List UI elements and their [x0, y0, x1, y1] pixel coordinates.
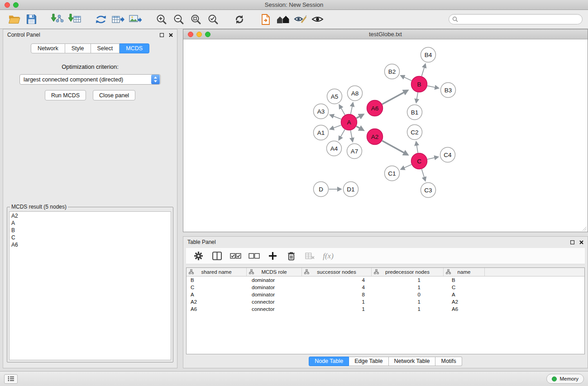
graph-edge-A6-B[interactable] — [382, 91, 407, 104]
graph-edge-A-A8[interactable] — [351, 103, 353, 114]
delete-table-button[interactable] — [304, 249, 316, 263]
table-cell[interactable]: dominator — [247, 292, 302, 297]
table-cell[interactable]: A — [444, 292, 485, 297]
network-close-button[interactable] — [188, 32, 193, 37]
mcds-result-item[interactable]: A — [11, 219, 169, 227]
graph-node-C4[interactable]: C4 — [440, 148, 455, 162]
close-window-button[interactable] — [5, 2, 10, 8]
graph-node-C2[interactable]: C2 — [407, 125, 422, 140]
table-cell[interactable]: connector — [247, 299, 302, 305]
table-cell[interactable]: 8 — [302, 292, 372, 297]
network-window-titlebar[interactable]: testGlobe.txt — [183, 29, 588, 39]
mcds-result-item[interactable]: A6 — [11, 241, 169, 248]
column-header-mcds-role[interactable]: MCDS role — [247, 268, 302, 276]
task-history-button[interactable] — [4, 374, 18, 384]
graph-edge-A2-C[interactable] — [382, 141, 407, 155]
tab-mcds[interactable]: MCDS — [120, 43, 149, 53]
table-cell[interactable]: 1 — [372, 285, 444, 290]
graph-node-A5[interactable]: A5 — [327, 89, 342, 104]
table-cell[interactable]: 1 — [372, 277, 444, 283]
graph-edge-A-A2[interactable] — [356, 126, 363, 130]
zoom-selected-button[interactable] — [206, 12, 221, 27]
graph-edge-B-B4[interactable] — [421, 65, 425, 76]
graph-edge-A-A7[interactable] — [350, 130, 352, 141]
table-cell[interactable]: 0 — [372, 292, 444, 297]
column-header-shared-name[interactable]: shared name — [186, 268, 247, 276]
table-cell[interactable]: connector — [247, 306, 302, 312]
function-builder-button[interactable]: f(x) — [322, 249, 334, 263]
table-row-a6[interactable]: A6connector11A6 — [186, 305, 584, 313]
graph-node-B[interactable]: B — [411, 76, 427, 92]
graph-node-A4[interactable]: A4 — [327, 141, 342, 156]
graph-edge-A-A5[interactable] — [339, 105, 345, 115]
graph-node-D[interactable]: D — [314, 182, 329, 197]
show-hide-panels-button[interactable] — [275, 12, 291, 27]
mcds-result-item[interactable]: B — [11, 227, 169, 234]
import-network-button[interactable] — [50, 12, 65, 27]
graph-node-A8[interactable]: A8 — [348, 86, 363, 101]
close-panel-icon[interactable] — [169, 33, 173, 37]
save-session-button[interactable] — [24, 12, 39, 27]
table-cell[interactable]: A6 — [444, 306, 485, 312]
table-cell[interactable]: 1 — [372, 306, 444, 312]
tab-style[interactable]: Style — [65, 43, 91, 53]
resize-grip-icon[interactable] — [582, 226, 587, 231]
close-panel-button[interactable]: Close panel — [93, 90, 135, 100]
tab-edge-table[interactable]: Edge Table — [349, 357, 388, 366]
network-zoom-button[interactable] — [205, 32, 210, 37]
graph-edge-A-A3[interactable] — [330, 115, 341, 119]
export-image-button[interactable] — [128, 12, 143, 27]
first-neighbors-button[interactable] — [258, 12, 273, 27]
graph-node-B2[interactable]: B2 — [385, 64, 400, 79]
table-body[interactable]: Bdominator41BCdominator41CAdominator80AA… — [186, 276, 584, 354]
tab-node-table[interactable]: Node Table — [309, 357, 349, 366]
table-settings-button[interactable] — [192, 249, 204, 263]
table-row-a2[interactable]: A2connector11A2 — [186, 298, 584, 305]
graph-edge-C-C1[interactable] — [402, 165, 412, 169]
zoom-fit-button[interactable] — [188, 12, 204, 27]
tab-network-table[interactable]: Network Table — [389, 357, 436, 366]
run-mcds-button[interactable]: Run MCDS — [45, 90, 86, 100]
table-cell[interactable]: B — [444, 277, 485, 283]
refresh-button[interactable] — [232, 12, 247, 27]
table-cell[interactable]: A2 — [186, 299, 247, 305]
open-session-button[interactable] — [6, 12, 22, 27]
network-canvas[interactable]: B4B2BB3A5A8A6B1A3AC2A1A2A4A7C4CC1C3DD1 — [183, 39, 588, 232]
show-hide-graphics-button[interactable] — [310, 12, 325, 27]
zoom-in-button[interactable] — [154, 12, 169, 27]
tab-select[interactable]: Select — [91, 43, 120, 53]
export-table-button[interactable] — [110, 12, 126, 27]
graph-node-A2[interactable]: A2 — [367, 129, 383, 145]
graph-node-C[interactable]: C — [411, 153, 427, 169]
zoom-window-button[interactable] — [13, 2, 19, 8]
graph-node-D1[interactable]: D1 — [344, 182, 359, 197]
table-row-b[interactable]: Bdominator41B — [186, 276, 584, 284]
table-row-c[interactable]: Cdominator41C — [186, 284, 584, 291]
table-cell[interactable]: A6 — [186, 306, 247, 312]
table-cell[interactable]: dominator — [247, 277, 302, 283]
graph-edge-A-A1[interactable] — [330, 125, 341, 129]
titlebar[interactable]: Session: New Session — [0, 0, 588, 10]
table-cell[interactable]: A2 — [444, 299, 485, 305]
table-row-a[interactable]: Adominator80A — [186, 291, 584, 298]
graph-edge-B-B2[interactable] — [401, 76, 411, 81]
network-graph[interactable]: B4B2BB3A5A8A6B1A3AC2A1A2A4A7C4CC1C3DD1 — [183, 39, 588, 232]
table-cell[interactable]: A — [186, 292, 247, 297]
graph-node-A7[interactable]: A7 — [347, 144, 362, 159]
column-header-predecessor-nodes[interactable]: predecessor nodes — [372, 268, 444, 276]
column-header-name[interactable]: name — [444, 268, 485, 276]
graph-node-B3[interactable]: B3 — [441, 83, 456, 98]
tab-network[interactable]: Network — [31, 43, 65, 53]
table-cell[interactable]: C — [444, 285, 485, 290]
graph-edge-C-C3[interactable] — [422, 169, 425, 181]
network-transfer-button[interactable] — [93, 12, 109, 27]
graph-edge-C-C2[interactable] — [416, 142, 418, 152]
delete-row-button[interactable] — [285, 249, 297, 263]
graph-node-C3[interactable]: C3 — [421, 183, 436, 198]
tab-motifs[interactable]: Motifs — [435, 357, 462, 366]
close-panel-icon[interactable] — [579, 240, 583, 244]
graph-edge-B-B1[interactable] — [416, 92, 418, 102]
table-cell[interactable]: 1 — [372, 299, 444, 305]
graph-node-B1[interactable]: B1 — [407, 105, 422, 120]
graph-node-A[interactable]: A — [341, 114, 357, 130]
